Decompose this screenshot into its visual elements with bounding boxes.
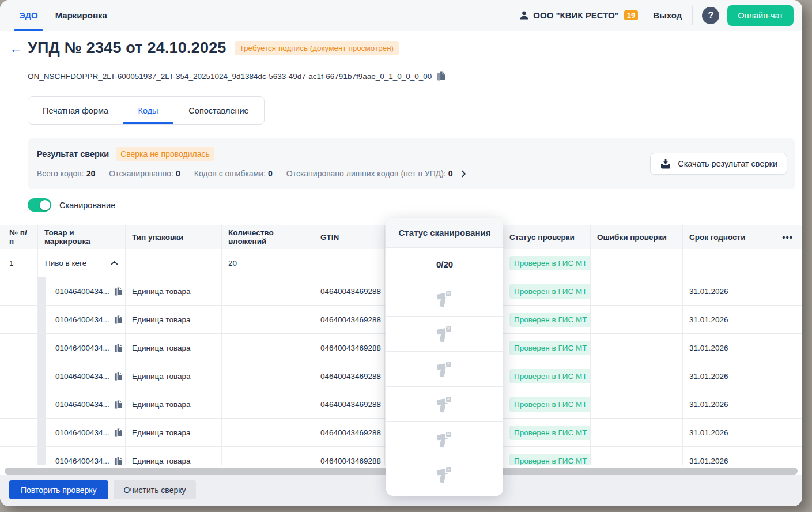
group-row-package-type: [126, 249, 222, 277]
copy-code-icon[interactable]: [114, 428, 123, 438]
col-header-expiry: Срок годности: [683, 225, 775, 249]
company-account[interactable]: ООО "КВИК РЕСТО" 19: [519, 10, 638, 20]
status-badge: Проверен в ГИС МТ: [509, 341, 591, 355]
download-result-button[interactable]: Скачать результат сверки: [650, 153, 787, 175]
stat-error-codes: Кодов с ошибками:0: [194, 169, 273, 178]
logout-link[interactable]: Выход: [653, 10, 682, 20]
col-header-product: Товар и маркировка: [38, 225, 126, 249]
expiry-date: 31.01.2026: [683, 362, 775, 390]
scanning-toggle[interactable]: [28, 198, 51, 212]
status-badge: Проверен в ГИС МТ: [509, 426, 591, 440]
topbar-divider: [692, 6, 693, 25]
marking-code: 01046400434...: [55, 457, 109, 465]
marking-code: 01046400434...: [55, 315, 109, 324]
copy-file-id-icon[interactable]: [437, 71, 446, 81]
scan-status-cell: [386, 387, 503, 422]
package-type: Единица товара: [126, 447, 222, 467]
copy-code-icon[interactable]: [114, 287, 123, 296]
expiry-date: 31.01.2026: [683, 306, 775, 333]
scanner-not-scanned-icon: [436, 431, 454, 449]
indent-strip: [38, 362, 46, 390]
package-type: Единица товара: [126, 362, 222, 390]
status-badge: Проверен в ГИС МТ: [509, 369, 591, 383]
document-tabs: Печатная форма Коды Сопоставление: [28, 96, 265, 125]
app-window: ЭДО Маркировка ООО "КВИК РЕСТО" 19 Выход…: [0, 0, 802, 506]
col-header-scan-status: Статус сканирования: [386, 218, 503, 248]
collapse-chevron-icon[interactable]: [111, 261, 118, 266]
status-badge: Проверен в ГИС МТ: [509, 313, 591, 327]
expand-stats-chevron-icon[interactable]: [461, 170, 466, 178]
group-row-check-errors: [591, 249, 683, 277]
expiry-date: 31.01.2026: [683, 447, 775, 467]
gtin-value: 04640043469288: [314, 277, 385, 305]
expiry-date: 31.01.2026: [683, 419, 775, 446]
scan-status-cell: [386, 457, 503, 492]
scan-status-cell: [386, 281, 503, 317]
signature-status-badge: Требуется подпись (документ просмотрен): [235, 41, 399, 55]
page-title: УПД № 2345 от 24.10.2025: [28, 39, 226, 57]
scanner-not-scanned-icon: [436, 290, 454, 308]
tab-codes[interactable]: Коды: [123, 97, 173, 124]
marking-code: 01046400434...: [55, 372, 109, 381]
group-row-num: 1: [0, 249, 38, 277]
code-cell: 01046400434...: [38, 334, 126, 362]
columns-menu-icon[interactable]: •••: [775, 225, 802, 249]
recheck-button[interactable]: Повторить проверку: [9, 480, 108, 499]
marking-code: 01046400434...: [55, 344, 109, 352]
package-type: Единица товара: [126, 390, 222, 418]
file-id: ON_NSCHFDOPPR_2LT-600051937_2LT-354_2025…: [28, 72, 432, 81]
col-header-check-status: Статус проверки: [503, 225, 591, 249]
code-cell: 01046400434...: [38, 447, 126, 467]
scan-status-cell: [386, 422, 503, 457]
marking-code: 01046400434...: [55, 287, 109, 296]
reconciliation-title: Результат сверки: [37, 149, 109, 159]
indent-strip: [38, 390, 46, 418]
main-nav: ЭДО Маркировка: [0, 0, 107, 31]
stat-total-codes: Всего кодов:20: [37, 169, 95, 178]
status-badge: Проверен в ГИС МТ: [509, 284, 591, 299]
indent-strip: [38, 306, 46, 333]
gtin-value: 04640043469288: [314, 306, 385, 333]
copy-code-icon[interactable]: [114, 456, 123, 466]
group-row-product: Пиво в кеге: [38, 249, 126, 277]
col-header-qty: Количество вложений: [222, 225, 314, 249]
package-type: Единица товара: [126, 334, 222, 362]
gtin-value: 04640043469288: [314, 419, 385, 446]
col-header-check-errors: Ошибки проверки: [591, 225, 683, 249]
scanning-toggle-row: Сканирование: [28, 198, 115, 212]
clear-reconciliation-button[interactable]: Очистить сверку: [114, 480, 197, 499]
group-row-check-status: Проверен в ГИС МТ: [503, 249, 591, 277]
copy-code-icon[interactable]: [114, 315, 123, 325]
nav-item-markirovka[interactable]: Маркировка: [55, 0, 107, 31]
company-name: ООО "КВИК РЕСТО": [533, 10, 618, 20]
marking-code: 01046400434...: [55, 428, 109, 437]
stat-extra-codes: Отсканировано лишних кодов (нет в УПД):0: [286, 169, 453, 178]
col-header-package-type: Тип упаковки: [126, 225, 222, 249]
code-cell: 01046400434...: [38, 277, 126, 305]
status-badge: Проверен в ГИС МТ: [509, 256, 591, 270]
gtin-value: 04640043469288: [314, 362, 385, 390]
group-row-expiry: [683, 249, 775, 277]
copy-code-icon[interactable]: [114, 343, 123, 353]
help-icon[interactable]: ?: [702, 7, 719, 24]
code-cell: 01046400434...: [38, 419, 126, 446]
scanner-not-scanned-icon: [436, 396, 454, 413]
tab-matching[interactable]: Сопоставление: [173, 97, 264, 124]
scanner-not-scanned-icon: [436, 466, 454, 484]
indent-strip: [38, 277, 46, 305]
copy-code-icon[interactable]: [114, 371, 123, 381]
nav-item-edo[interactable]: ЭДО: [19, 0, 38, 31]
col-header-gtin: GTIN: [314, 225, 385, 249]
online-chat-button[interactable]: Онлайн-чат: [727, 5, 794, 26]
gtin-value: 04640043469288: [314, 334, 385, 362]
back-arrow-icon[interactable]: ←: [9, 42, 28, 55]
stat-scanned: Отсканированно:0: [109, 169, 180, 178]
topbar: ЭДО Маркировка ООО "КВИК РЕСТО" 19 Выход…: [0, 0, 802, 31]
scanner-not-scanned-icon: [436, 360, 454, 378]
package-type: Единица товара: [126, 419, 222, 446]
tab-print-form[interactable]: Печатная форма: [28, 97, 123, 124]
code-cell: 01046400434...: [38, 390, 126, 418]
package-type: Единица товара: [126, 306, 222, 333]
copy-code-icon[interactable]: [114, 400, 123, 409]
scan-status-cell: [386, 317, 503, 352]
